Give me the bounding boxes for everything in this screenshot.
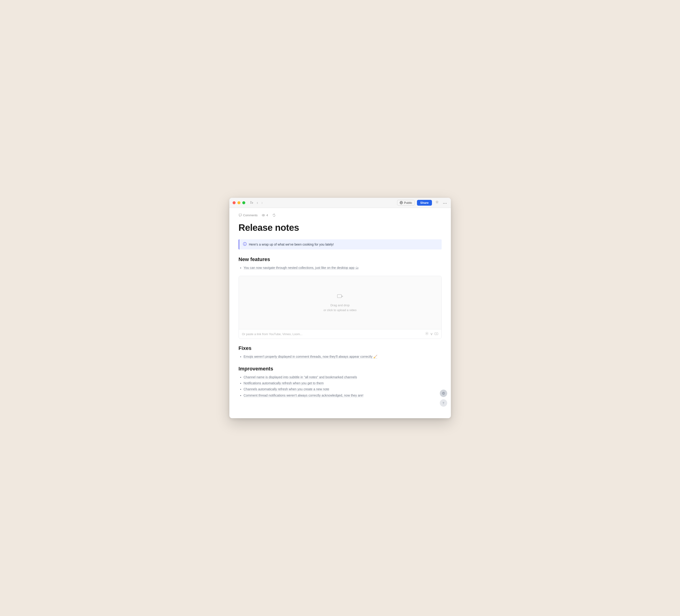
vimeo-icon: V <box>431 332 433 336</box>
video-url-bar: Or paste a link from YouTube, Vimeo, Loo… <box>239 329 442 339</box>
list-item: Emojis weren't properly displayed in com… <box>244 354 442 359</box>
comments-label: Comments <box>243 214 258 217</box>
svg-point-10 <box>263 215 264 216</box>
fixes-section: Fixes Emojis weren't properly displayed … <box>238 345 442 359</box>
share-button[interactable]: Share <box>417 200 432 206</box>
improvements-list: Channel name is displayed into subtitle … <box>238 374 442 398</box>
info-banner: Here's a wrap up of what we've been cook… <box>238 239 442 250</box>
svg-point-9 <box>262 214 265 216</box>
svg-point-17 <box>443 393 443 393</box>
svg-point-14 <box>426 333 427 334</box>
help-button[interactable]: ? <box>440 399 447 407</box>
doc-toolbar: Comments 4 <box>238 214 442 217</box>
new-features-heading: New features <box>238 256 442 262</box>
refresh-toolbar-item[interactable] <box>272 214 276 217</box>
svg-point-12 <box>245 243 245 244</box>
nav-controls: ‹ › <box>249 200 264 205</box>
chat-button[interactable] <box>440 390 447 397</box>
svg-point-8 <box>446 203 447 204</box>
list-item: Notifications automatically refresh when… <box>244 381 442 386</box>
new-features-section: New features You can now navigate throug… <box>238 256 442 339</box>
svg-rect-2 <box>250 203 252 203</box>
new-features-list: You can now navigate through nested coll… <box>238 265 442 270</box>
video-url-placeholder[interactable]: Or paste a link from YouTube, Vimeo, Loo… <box>242 332 303 336</box>
list-item: Channel name is displayed into subtitle … <box>244 374 442 380</box>
svg-point-19 <box>444 393 445 393</box>
youtube-icon <box>434 332 438 336</box>
list-item: Comment thread notifications weren't alw… <box>244 393 442 398</box>
list-item: Channels automatically refresh when you … <box>244 387 442 392</box>
public-label: Public <box>404 201 412 204</box>
titlebar: ‹ › Public Share <box>229 198 451 208</box>
star-button[interactable] <box>434 199 440 206</box>
back-button[interactable]: ‹ <box>256 200 259 205</box>
list-item: You can now navigate through nested coll… <box>244 265 442 270</box>
public-button[interactable]: Public <box>397 200 415 206</box>
views-toolbar-item[interactable]: 4 <box>262 214 268 217</box>
svg-point-7 <box>445 203 445 204</box>
banner-text: Here's a wrap up of what we've been cook… <box>249 243 334 246</box>
svg-rect-1 <box>250 202 252 203</box>
svg-point-18 <box>443 393 444 393</box>
drop-text-2: or click to upload a video <box>323 308 357 312</box>
svg-point-6 <box>443 203 444 204</box>
more-options-button[interactable] <box>442 200 448 206</box>
forward-button[interactable]: › <box>260 200 264 205</box>
improvements-section: Improvements Channel name is displayed i… <box>238 366 442 398</box>
outline-toggle-button[interactable] <box>249 200 255 205</box>
video-upload-box[interactable]: Drag and drop or click to upload a video… <box>238 276 442 339</box>
traffic-lights <box>233 201 245 204</box>
sidebar-right-buttons: ? <box>440 390 447 407</box>
fixes-heading: Fixes <box>238 345 442 351</box>
minimize-button[interactable] <box>237 201 240 204</box>
document-content: Comments 4 Release notes <box>229 208 451 418</box>
comments-toolbar-item[interactable]: Comments <box>238 214 258 217</box>
document-title: Release notes <box>238 223 442 233</box>
video-service-icons: V <box>425 332 438 336</box>
video-icon <box>337 293 343 301</box>
close-button[interactable] <box>233 201 235 204</box>
info-icon <box>243 242 247 247</box>
svg-rect-0 <box>250 201 252 202</box>
svg-rect-13 <box>337 295 341 298</box>
settings-icon <box>425 332 429 336</box>
maximize-button[interactable] <box>242 201 245 204</box>
views-count: 4 <box>266 214 268 217</box>
titlebar-right: Public Share <box>397 199 448 206</box>
improvements-heading: Improvements <box>238 366 442 372</box>
fixes-list: Emojis weren't properly displayed in com… <box>238 354 442 359</box>
video-drop-area[interactable]: Drag and drop or click to upload a video <box>239 276 442 329</box>
drop-text-1: Drag and drop <box>331 304 349 307</box>
app-window: ‹ › Public Share <box>229 198 451 418</box>
